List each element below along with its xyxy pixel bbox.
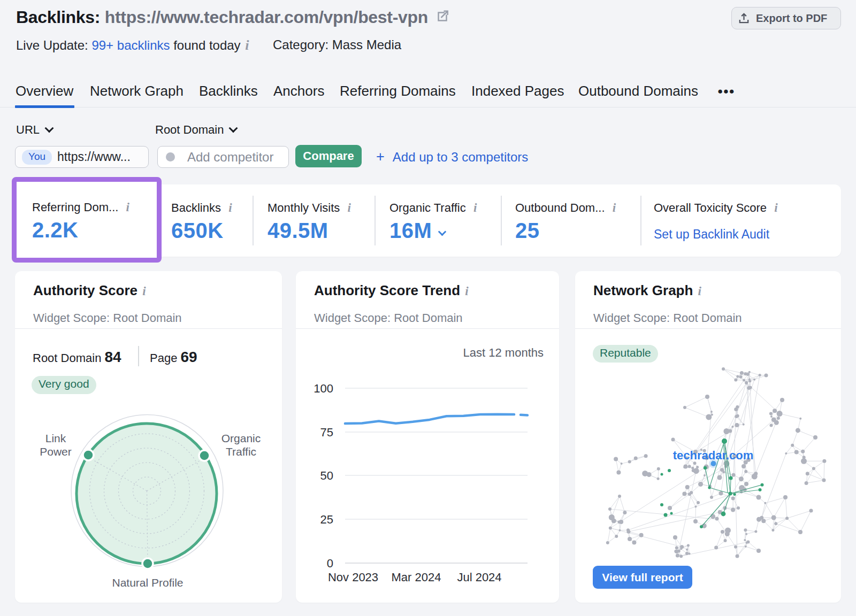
svg-text:Nov 2023: Nov 2023 bbox=[328, 571, 378, 584]
svg-text:0: 0 bbox=[327, 557, 333, 570]
svg-text:100: 100 bbox=[314, 382, 333, 395]
svg-text:techradar.com: techradar.com bbox=[673, 449, 753, 462]
svg-text:Jul 2024: Jul 2024 bbox=[457, 571, 501, 584]
svg-text:50: 50 bbox=[320, 469, 333, 482]
svg-text:25: 25 bbox=[320, 513, 333, 526]
svg-text:Mar 2024: Mar 2024 bbox=[392, 571, 441, 584]
svg-text:75: 75 bbox=[320, 426, 333, 439]
